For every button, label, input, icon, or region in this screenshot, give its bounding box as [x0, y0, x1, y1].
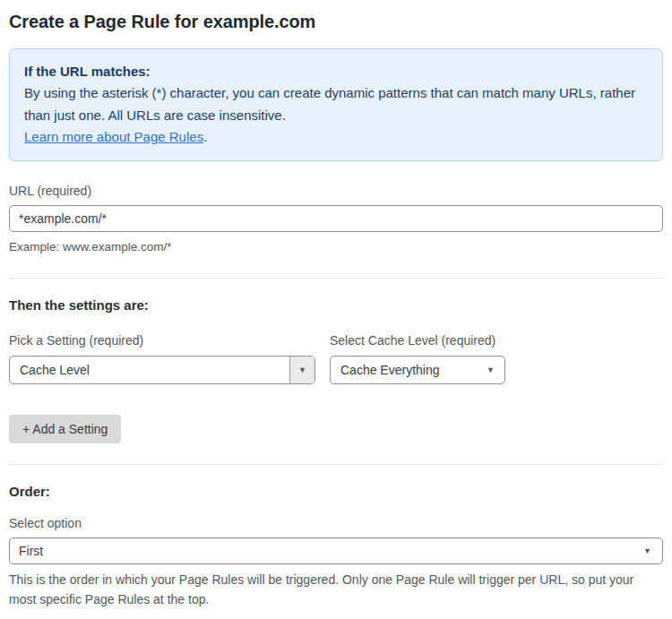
- settings-row: Pick a Setting (required) Cache Level ▼ …: [9, 333, 663, 384]
- link-suffix: .: [203, 129, 207, 144]
- order-select-label: Select option: [9, 516, 663, 530]
- order-select-value: First: [19, 544, 43, 558]
- pick-setting-label: Pick a Setting (required): [9, 333, 315, 348]
- info-box-link-row: Learn more about Page Rules.: [24, 126, 648, 148]
- url-field-group: URL (required) Example: www.example.com/…: [9, 184, 663, 257]
- divider: [9, 278, 663, 279]
- cache-level-select[interactable]: Cache Everything ▼: [330, 356, 505, 384]
- caret-down-icon: ▼: [487, 365, 495, 374]
- cache-level-value: Cache Everything: [340, 363, 440, 377]
- cache-level-label: Select Cache Level (required): [330, 333, 505, 348]
- cache-level-group: Select Cache Level (required) Cache Ever…: [330, 333, 505, 384]
- caret-down-icon: ▼: [643, 546, 651, 555]
- pick-setting-select[interactable]: Cache Level ▼: [9, 356, 315, 384]
- url-example-hint: Example: www.example.com/*: [9, 238, 663, 257]
- url-match-info-box: If the URL matches: By using the asteris…: [9, 48, 663, 161]
- settings-heading: Then the settings are:: [9, 297, 663, 313]
- url-input[interactable]: [9, 205, 663, 232]
- caret-down-icon[interactable]: ▼: [289, 357, 314, 383]
- learn-more-link[interactable]: Learn more about Page Rules: [24, 129, 203, 144]
- info-box-body: By using the asterisk (*) character, you…: [24, 82, 648, 126]
- page-title: Create a Page Rule for example.com: [9, 12, 663, 32]
- info-box-heading: If the URL matches:: [24, 61, 648, 82]
- pick-setting-value: Cache Level: [10, 357, 289, 383]
- url-label: URL (required): [9, 184, 663, 198]
- create-page-rule-panel: Create a Page Rule for example.com If th…: [0, 0, 672, 619]
- divider: [9, 464, 663, 465]
- add-setting-button[interactable]: + Add a Setting: [9, 415, 121, 443]
- order-select[interactable]: First ▼: [9, 537, 663, 564]
- order-heading: Order:: [9, 484, 663, 499]
- pick-setting-group: Pick a Setting (required) Cache Level ▼: [9, 333, 315, 384]
- order-hint: This is the order in which your Page Rul…: [9, 571, 654, 609]
